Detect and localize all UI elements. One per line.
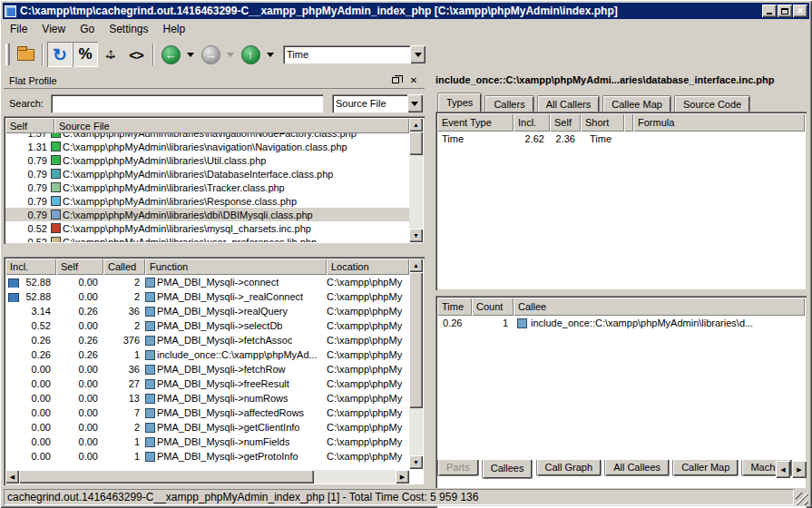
types-header: Event Type Incl. Self Short Formula: [437, 113, 805, 132]
table-row[interactable]: 52.88 0.00 2 PMA_DBI_Mysqli->connect C:\…: [5, 275, 409, 289]
up-button[interactable]: ↑: [238, 42, 263, 67]
tab-all-callers[interactable]: All Callers: [537, 95, 601, 112]
table-row[interactable]: Time 2.62 2.36 Time: [437, 132, 805, 146]
table-row[interactable]: 0.00 0.00 36 PMA_DBI_Mysqli->fetchRow C:…: [5, 362, 409, 376]
list-item[interactable]: 0.79 C:\xampp\phpMyAdmin\libraries\Datab…: [5, 167, 409, 181]
column-header-callee[interactable]: Callee: [514, 298, 805, 316]
up-dropdown-arrow[interactable]: [267, 53, 274, 57]
column-header-self[interactable]: Self: [550, 113, 581, 132]
menu-file[interactable]: File: [3, 20, 34, 38]
table-row[interactable]: 3.14 0.26 36 PMA_DBI_Mysqli->realQuery C…: [5, 304, 409, 318]
close-button[interactable]: ✕: [793, 5, 807, 17]
event-type-combobox[interactable]: Time: [283, 45, 426, 64]
open-file-button[interactable]: [13, 42, 38, 67]
column-header-function[interactable]: Function: [145, 259, 327, 275]
expand-all-button[interactable]: ↔↕: [98, 42, 123, 67]
tab-scroll-left-button[interactable]: ◀: [776, 461, 790, 478]
grouping-combobox[interactable]: Source File: [332, 94, 423, 112]
column-header-self[interactable]: Self: [5, 118, 54, 133]
column-header-count[interactable]: Count: [472, 298, 514, 316]
function-icon: [145, 278, 155, 288]
table-row[interactable]: 0.00 0.00 13 PMA_DBI_Mysqli->numRows C:\…: [5, 391, 409, 405]
menu-help[interactable]: Help: [156, 20, 193, 38]
list-item[interactable]: 1.57 C:\xampp\phpMyAdmin\libraries\navig…: [5, 133, 409, 140]
list-item-selected[interactable]: 0.79 C:\xampp\phpMyAdmin\libraries\dbi\D…: [5, 208, 409, 221]
table-row[interactable]: 0.26 1 include_once::C:\xampp\phpMyAdmin…: [437, 316, 805, 330]
column-header-event-type[interactable]: Event Type: [437, 113, 514, 132]
combo-dropdown-button[interactable]: [407, 94, 423, 112]
reload-button[interactable]: ↻: [47, 42, 73, 67]
table-row[interactable]: 52.88 0.00 2 PMA_DBI_Mysqli->_realConnec…: [5, 289, 409, 304]
tab-caller-map[interactable]: Caller Map: [672, 460, 739, 476]
menu-view[interactable]: View: [34, 20, 73, 38]
scroll-up-button[interactable]: ▲: [409, 118, 423, 132]
back-icon: ←: [161, 45, 181, 64]
shorten-templates-button[interactable]: <>: [123, 42, 149, 67]
toolbar-handle[interactable]: [5, 44, 10, 65]
resize-grip[interactable]: [796, 493, 808, 505]
scroll-thumb[interactable]: [409, 132, 423, 155]
forward-button[interactable]: →: [198, 42, 223, 67]
table-row[interactable]: 0.00 0.00 2 PMA_DBI_Mysqli->getClientInf…: [5, 420, 409, 435]
function-icon: [145, 336, 155, 346]
tab-callees[interactable]: Callees: [482, 460, 533, 479]
column-header-self[interactable]: Self: [56, 259, 103, 275]
dock-close-button[interactable]: ✕: [406, 74, 421, 87]
menu-go[interactable]: Go: [73, 20, 102, 38]
flat-profile-rows: 1.57 C:\xampp\phpMyAdmin\libraries\navig…: [5, 133, 409, 242]
back-button[interactable]: ←: [158, 42, 183, 67]
tab-types[interactable]: Types: [437, 93, 482, 112]
maximize-button[interactable]: [778, 5, 792, 17]
back-dropdown-arrow[interactable]: [187, 53, 194, 57]
column-header-formula[interactable]: Formula: [633, 113, 805, 132]
scroll-left-button[interactable]: ◀: [5, 470, 19, 484]
combo-dropdown-button[interactable]: [410, 45, 426, 64]
folder-open-icon: [17, 49, 34, 61]
column-header-source-file[interactable]: Source File: [54, 118, 409, 133]
table-row[interactable]: 0.26 0.26 1 include_once::C:\xampp\phpMy…: [5, 347, 409, 362]
menu-settings[interactable]: Settings: [102, 20, 155, 38]
search-input[interactable]: [51, 94, 323, 112]
table-row[interactable]: 0.26 0.26 376 PMA_DBI_Mysqli->fetchAssoc…: [5, 333, 409, 347]
list-item[interactable]: 0.52 C:\xampp\phpMyAdmin\libraries\mysql…: [5, 221, 409, 235]
tab-all-callees[interactable]: All Callees: [604, 460, 670, 476]
scroll-down-button[interactable]: ▼: [409, 455, 423, 469]
list-item[interactable]: 1.31 C:\xampp\phpMyAdmin\libraries\navig…: [5, 140, 409, 153]
table-row[interactable]: 0.00 0.00 27 PMA_DBI_Mysqli->freeResult …: [5, 376, 409, 391]
table-row[interactable]: 0.52 0.00 2 PMA_DBI_Mysqli->selectDb C:\…: [5, 318, 409, 333]
dock-float-button[interactable]: [388, 74, 403, 87]
file-color-icon: [51, 182, 61, 192]
table-row[interactable]: 0.00 0.00 1 PMA_DBI_Mysqli->numFields C:…: [5, 435, 409, 449]
toolbar-separator: [42, 44, 44, 65]
tab-source-code[interactable]: Source Code: [674, 95, 750, 112]
tab-parts[interactable]: Parts: [437, 460, 479, 476]
function-icon: [517, 318, 527, 328]
column-header-time[interactable]: Time: [437, 298, 472, 316]
scroll-thumb[interactable]: [409, 272, 423, 408]
column-header-called[interactable]: Called: [103, 259, 145, 275]
list-item[interactable]: 0.79 C:\xampp\phpMyAdmin\libraries\Respo…: [5, 194, 409, 208]
column-header-incl[interactable]: Incl.: [5, 259, 56, 275]
minimize-button[interactable]: [762, 5, 777, 17]
forward-dropdown-arrow[interactable]: [227, 53, 234, 57]
scroll-thumb[interactable]: [19, 470, 314, 484]
tab-scroll-right-button[interactable]: ▶: [792, 461, 807, 478]
function-icon: [145, 408, 155, 418]
column-header-short[interactable]: Short: [581, 113, 624, 132]
cost-bar-icon: [8, 278, 19, 288]
list-item[interactable]: 0.52 C:\xampp\phpMyAdmin\libraries\user_…: [5, 235, 409, 242]
table-row[interactable]: 0.00 0.00 7 PMA_DBI_Mysqli->affectedRows…: [5, 405, 409, 420]
column-header-location[interactable]: Location: [327, 259, 409, 275]
tab-callers[interactable]: Callers: [484, 95, 533, 112]
list-item[interactable]: 0.79 C:\xampp\phpMyAdmin\libraries\Track…: [5, 181, 409, 194]
scroll-up-button[interactable]: ▲: [409, 259, 423, 272]
function-icon: [145, 321, 155, 331]
tab-call-graph[interactable]: Call Graph: [536, 460, 602, 476]
percent-toggle-button[interactable]: %: [73, 42, 98, 67]
table-row[interactable]: 0.00 0.00 1 PMA_DBI_Mysqli->getProtoInfo…: [5, 449, 409, 464]
column-header-incl[interactable]: Incl.: [514, 113, 550, 132]
list-item[interactable]: 0.79 C:\xampp\phpMyAdmin\libraries\Util.…: [5, 153, 409, 167]
tab-callee-map[interactable]: Callee Map: [602, 95, 671, 112]
scroll-right-button[interactable]: ▶: [396, 470, 409, 484]
scroll-down-button[interactable]: ▼: [409, 229, 423, 242]
